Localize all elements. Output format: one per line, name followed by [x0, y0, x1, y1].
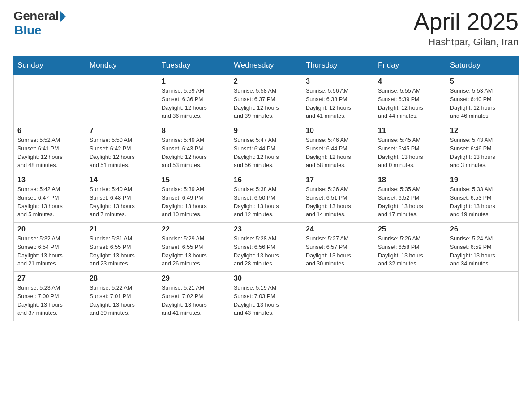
calendar-table: SundayMondayTuesdayWednesdayThursdayFrid…	[13, 56, 519, 321]
calendar-cell: 7Sunrise: 5:50 AMSunset: 6:42 PMDaylight…	[86, 124, 158, 173]
calendar-cell: 20Sunrise: 5:32 AMSunset: 6:54 PMDayligh…	[14, 223, 86, 272]
day-info: Sunrise: 5:42 AMSunset: 6:47 PMDaylight:…	[17, 185, 82, 219]
logo-arrow-icon	[60, 11, 66, 22]
calendar-cell: 1Sunrise: 5:59 AMSunset: 6:36 PMDaylight…	[158, 75, 230, 124]
location-title: Hashtpar, Gilan, Iran	[414, 36, 519, 48]
calendar-cell	[14, 75, 86, 124]
day-header-friday: Friday	[374, 56, 446, 75]
day-number: 23	[234, 225, 298, 233]
day-number: 26	[450, 225, 515, 233]
day-number: 13	[17, 176, 82, 184]
day-info: Sunrise: 5:49 AMSunset: 6:43 PMDaylight:…	[162, 136, 226, 170]
calendar-cell: 2Sunrise: 5:58 AMSunset: 6:37 PMDaylight…	[230, 75, 302, 124]
calendar-cell: 29Sunrise: 5:21 AMSunset: 7:02 PMDayligh…	[158, 272, 230, 321]
day-info: Sunrise: 5:28 AMSunset: 6:56 PMDaylight:…	[234, 235, 298, 268]
day-number: 9	[234, 127, 298, 135]
week-row-5: 27Sunrise: 5:23 AMSunset: 7:00 PMDayligh…	[14, 272, 519, 321]
calendar-cell: 19Sunrise: 5:33 AMSunset: 6:53 PMDayligh…	[446, 173, 519, 223]
day-number: 8	[162, 127, 226, 135]
logo-general-text: General	[13, 9, 59, 23]
calendar-cell: 17Sunrise: 5:36 AMSunset: 6:51 PMDayligh…	[302, 173, 374, 223]
day-info: Sunrise: 5:52 AMSunset: 6:41 PMDaylight:…	[17, 136, 82, 170]
page-header: General Blue April 2025 Hashtpar, Gilan,…	[13, 9, 519, 48]
calendar-cell: 14Sunrise: 5:40 AMSunset: 6:48 PMDayligh…	[86, 173, 158, 223]
day-number: 14	[90, 176, 154, 184]
calendar-cell: 30Sunrise: 5:19 AMSunset: 7:03 PMDayligh…	[230, 272, 302, 321]
day-number: 16	[234, 176, 298, 184]
day-number: 5	[450, 77, 515, 86]
day-info: Sunrise: 5:33 AMSunset: 6:53 PMDaylight:…	[450, 185, 515, 219]
title-block: April 2025 Hashtpar, Gilan, Iran	[414, 9, 519, 48]
day-info: Sunrise: 5:26 AMSunset: 6:58 PMDaylight:…	[378, 235, 442, 268]
calendar-cell: 24Sunrise: 5:27 AMSunset: 6:57 PMDayligh…	[302, 223, 374, 272]
calendar-cell: 22Sunrise: 5:29 AMSunset: 6:55 PMDayligh…	[158, 223, 230, 272]
logo: General Blue	[13, 9, 66, 38]
day-info: Sunrise: 5:31 AMSunset: 6:55 PMDaylight:…	[90, 235, 154, 268]
day-number: 1	[162, 77, 226, 86]
day-header-tuesday: Tuesday	[158, 56, 230, 75]
day-info: Sunrise: 5:45 AMSunset: 6:45 PMDaylight:…	[378, 136, 442, 170]
calendar-cell: 3Sunrise: 5:56 AMSunset: 6:38 PMDaylight…	[302, 75, 374, 124]
day-info: Sunrise: 5:29 AMSunset: 6:55 PMDaylight:…	[162, 235, 226, 268]
day-info: Sunrise: 5:46 AMSunset: 6:44 PMDaylight:…	[306, 136, 370, 170]
calendar-cell: 25Sunrise: 5:26 AMSunset: 6:58 PMDayligh…	[374, 223, 446, 272]
calendar-cell: 27Sunrise: 5:23 AMSunset: 7:00 PMDayligh…	[14, 272, 86, 321]
day-info: Sunrise: 5:24 AMSunset: 6:59 PMDaylight:…	[450, 235, 515, 268]
day-info: Sunrise: 5:43 AMSunset: 6:46 PMDaylight:…	[450, 136, 515, 170]
day-info: Sunrise: 5:47 AMSunset: 6:44 PMDaylight:…	[234, 136, 298, 170]
week-row-2: 6Sunrise: 5:52 AMSunset: 6:41 PMDaylight…	[14, 124, 519, 173]
day-number: 4	[378, 77, 442, 86]
calendar-cell: 11Sunrise: 5:45 AMSunset: 6:45 PMDayligh…	[374, 124, 446, 173]
day-header-thursday: Thursday	[302, 56, 374, 75]
week-row-4: 20Sunrise: 5:32 AMSunset: 6:54 PMDayligh…	[14, 223, 519, 272]
logo-blue-text: Blue	[14, 23, 42, 38]
day-number: 24	[306, 225, 370, 233]
calendar-cell	[302, 272, 374, 321]
day-header-monday: Monday	[86, 56, 158, 75]
day-number: 29	[162, 274, 226, 283]
day-number: 3	[306, 77, 370, 86]
day-info: Sunrise: 5:50 AMSunset: 6:42 PMDaylight:…	[90, 136, 154, 170]
calendar-cell: 21Sunrise: 5:31 AMSunset: 6:55 PMDayligh…	[86, 223, 158, 272]
day-number: 15	[162, 176, 226, 184]
calendar-cell: 18Sunrise: 5:35 AMSunset: 6:52 PMDayligh…	[374, 173, 446, 223]
day-number: 22	[162, 225, 226, 233]
calendar-cell: 5Sunrise: 5:53 AMSunset: 6:40 PMDaylight…	[446, 75, 519, 124]
day-number: 18	[378, 176, 442, 184]
week-row-3: 13Sunrise: 5:42 AMSunset: 6:47 PMDayligh…	[14, 173, 519, 223]
calendar-cell: 28Sunrise: 5:22 AMSunset: 7:01 PMDayligh…	[86, 272, 158, 321]
calendar-cell: 16Sunrise: 5:38 AMSunset: 6:50 PMDayligh…	[230, 173, 302, 223]
calendar-cell: 13Sunrise: 5:42 AMSunset: 6:47 PMDayligh…	[14, 173, 86, 223]
day-header-wednesday: Wednesday	[230, 56, 302, 75]
day-number: 27	[17, 274, 82, 283]
calendar-cell	[446, 272, 519, 321]
day-number: 28	[90, 274, 154, 283]
calendar-cell: 8Sunrise: 5:49 AMSunset: 6:43 PMDaylight…	[158, 124, 230, 173]
calendar-cell	[86, 75, 158, 124]
calendar-cell: 9Sunrise: 5:47 AMSunset: 6:44 PMDaylight…	[230, 124, 302, 173]
calendar-cell: 4Sunrise: 5:55 AMSunset: 6:39 PMDaylight…	[374, 75, 446, 124]
calendar-cell: 23Sunrise: 5:28 AMSunset: 6:56 PMDayligh…	[230, 223, 302, 272]
days-header-row: SundayMondayTuesdayWednesdayThursdayFrid…	[14, 56, 519, 75]
day-info: Sunrise: 5:32 AMSunset: 6:54 PMDaylight:…	[17, 235, 82, 268]
day-number: 20	[17, 225, 82, 233]
calendar-cell: 6Sunrise: 5:52 AMSunset: 6:41 PMDaylight…	[14, 124, 86, 173]
day-info: Sunrise: 5:38 AMSunset: 6:50 PMDaylight:…	[234, 185, 298, 219]
day-info: Sunrise: 5:53 AMSunset: 6:40 PMDaylight:…	[450, 87, 515, 120]
calendar-cell: 10Sunrise: 5:46 AMSunset: 6:44 PMDayligh…	[302, 124, 374, 173]
day-info: Sunrise: 5:22 AMSunset: 7:01 PMDaylight:…	[90, 284, 154, 317]
calendar-cell: 15Sunrise: 5:39 AMSunset: 6:49 PMDayligh…	[158, 173, 230, 223]
day-number: 10	[306, 127, 370, 135]
day-info: Sunrise: 5:59 AMSunset: 6:36 PMDaylight:…	[162, 87, 226, 120]
day-number: 6	[17, 127, 82, 135]
day-info: Sunrise: 5:27 AMSunset: 6:57 PMDaylight:…	[306, 235, 370, 268]
day-number: 25	[378, 225, 442, 233]
day-info: Sunrise: 5:21 AMSunset: 7:02 PMDaylight:…	[162, 284, 226, 317]
day-info: Sunrise: 5:19 AMSunset: 7:03 PMDaylight:…	[234, 284, 298, 317]
day-number: 7	[90, 127, 154, 135]
day-number: 30	[234, 274, 298, 283]
calendar-cell: 26Sunrise: 5:24 AMSunset: 6:59 PMDayligh…	[446, 223, 519, 272]
day-number: 17	[306, 176, 370, 184]
day-info: Sunrise: 5:23 AMSunset: 7:00 PMDaylight:…	[17, 284, 82, 317]
calendar-cell: 12Sunrise: 5:43 AMSunset: 6:46 PMDayligh…	[446, 124, 519, 173]
